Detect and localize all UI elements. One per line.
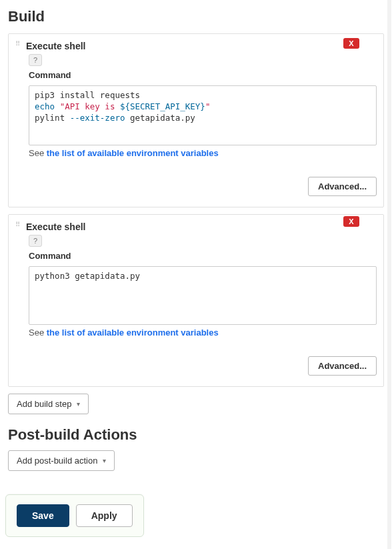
delete-step-button[interactable]: X: [343, 216, 359, 227]
delete-step-button[interactable]: X: [343, 38, 359, 49]
command-label: Command: [29, 70, 377, 80]
hint-prefix: See: [29, 148, 47, 158]
command-textarea[interactable]: python3 getapidata.py: [29, 266, 377, 325]
env-vars-link[interactable]: the list of available environment variab…: [47, 148, 219, 158]
add-build-step-button[interactable]: Add build step ▾: [8, 394, 89, 414]
command-label: Command: [29, 251, 377, 261]
page-content: Build X ⠿ Execute shell ? Command pip3 i…: [0, 0, 392, 471]
drag-handle-icon[interactable]: ⠿: [15, 222, 22, 231]
add-postbuild-action-button[interactable]: Add post-build action ▾: [8, 450, 115, 471]
help-icon[interactable]: ?: [29, 54, 42, 66]
step-actions-row: Advanced...: [15, 177, 377, 196]
chevron-down-icon: ▾: [103, 457, 106, 464]
footer-bar: Save Apply: [5, 494, 144, 537]
apply-button[interactable]: Apply: [76, 504, 133, 527]
help-icon[interactable]: ?: [29, 235, 42, 247]
postbuild-section-title: Post-build Actions: [8, 426, 384, 444]
env-vars-hint: See the list of available environment va…: [29, 148, 377, 158]
step-header: ⠿ Execute shell: [15, 41, 377, 51]
build-section-title: Build: [8, 8, 384, 25]
hint-prefix: See: [29, 328, 47, 338]
env-vars-link[interactable]: the list of available environment variab…: [47, 328, 219, 338]
env-vars-hint: See the list of available environment va…: [29, 328, 377, 338]
step-actions-row: Advanced...: [15, 356, 377, 376]
step-title: Execute shell: [26, 41, 86, 51]
build-step-card: X ⠿ Execute shell ? Command pip3 install…: [8, 33, 384, 207]
scrollbar[interactable]: [387, 0, 391, 549]
step-header: ⠿ Execute shell: [15, 221, 377, 232]
command-textarea[interactable]: pip3 install requests echo "API key is $…: [29, 85, 377, 145]
advanced-button[interactable]: Advanced...: [308, 356, 377, 376]
add-postbuild-action-label: Add post-build action: [17, 456, 97, 466]
advanced-button[interactable]: Advanced...: [308, 177, 377, 196]
add-build-step-label: Add build step: [17, 399, 71, 409]
save-button[interactable]: Save: [17, 504, 69, 527]
chevron-down-icon: ▾: [77, 400, 80, 408]
build-step-card: X ⠿ Execute shell ? Command python3 geta…: [8, 214, 384, 387]
drag-handle-icon[interactable]: ⠿: [15, 41, 22, 51]
step-title: Execute shell: [26, 221, 86, 232]
